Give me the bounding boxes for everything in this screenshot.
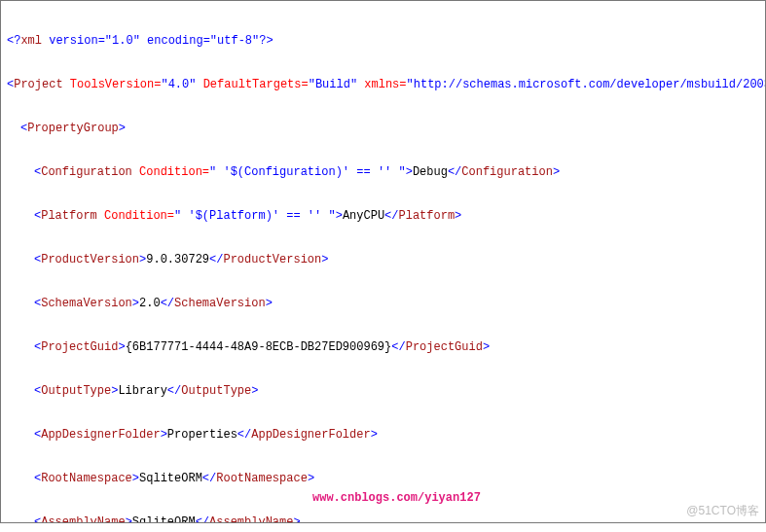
platform-line: <Platform Condition=" '$(Platform)' == '… xyxy=(7,209,763,224)
watermark-url: www.cnblogs.com/yiyan127 xyxy=(312,491,481,506)
productversion-line: <ProductVersion>9.0.30729</ProductVersio… xyxy=(7,253,763,267)
project-open: <Project ToolsVersion="4.0" DefaultTarge… xyxy=(7,78,763,92)
xml-declaration: <?xml version="1.0" encoding="utf-8"?> xyxy=(7,34,763,49)
appdesigner-line: <AppDesignerFolder>Properties</AppDesign… xyxy=(7,428,763,443)
outputtype-line: <OutputType>Library</OutputType> xyxy=(7,384,763,399)
propertygroup1-open: <PropertyGroup> xyxy=(7,122,763,136)
xml-editor[interactable]: <?xml version="1.0" encoding="utf-8"?> <… xyxy=(0,0,766,523)
rootnamespace-line: <RootNamespace>SqliteORM</RootNamespace> xyxy=(7,472,763,486)
assemblyname-line: <AssemblyName>SqliteORM</AssemblyName> xyxy=(7,515,763,523)
configuration-line: <Configuration Condition=" '$(Configurat… xyxy=(7,165,763,180)
projectguid-line: <ProjectGuid>{6B177771-4444-48A9-8ECB-DB… xyxy=(7,340,763,355)
schemaversion-line: <SchemaVersion>2.0</SchemaVersion> xyxy=(7,297,763,311)
